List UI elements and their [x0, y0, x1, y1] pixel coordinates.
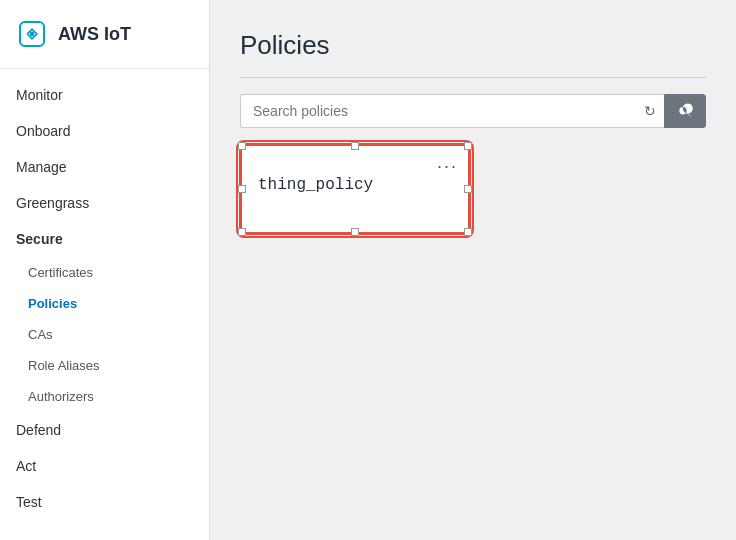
- main-content: Policies ↻ ··· thing_policy: [210, 0, 736, 540]
- sidebar-item-test[interactable]: Test: [0, 484, 209, 520]
- handle-bot-right: [464, 228, 472, 236]
- sidebar-item-manage[interactable]: Manage: [0, 149, 209, 185]
- sidebar-item-greengrass[interactable]: Greengrass: [0, 185, 209, 221]
- sidebar-item-policies[interactable]: Policies: [0, 288, 209, 319]
- cards-area: ··· thing_policy: [240, 144, 706, 234]
- sidebar-item-cas[interactable]: CAs: [0, 319, 209, 350]
- sidebar-section-secure[interactable]: Secure: [0, 221, 209, 257]
- handle-top-right: [464, 142, 472, 150]
- policy-card[interactable]: ··· thing_policy: [240, 144, 470, 234]
- search-input-wrapper: ↻: [240, 94, 664, 128]
- sidebar-item-certificates[interactable]: Certificates: [0, 257, 209, 288]
- handle-mid-right: [464, 185, 472, 193]
- sidebar-item-role-aliases[interactable]: Role Aliases: [0, 350, 209, 381]
- logo-text: AWS IoT: [58, 24, 131, 45]
- logo-area: AWS IoT: [0, 0, 209, 69]
- handle-top-left: [238, 142, 246, 150]
- sidebar-nav: Monitor Onboard Manage Greengrass Secure…: [0, 69, 209, 540]
- handle-bot-mid: [351, 228, 359, 236]
- sidebar: AWS IoT Monitor Onboard Manage Greengras…: [0, 0, 210, 540]
- handle-bot-left: [238, 228, 246, 236]
- page-title: Policies: [240, 30, 706, 61]
- search-bar: ↻: [240, 94, 706, 128]
- search-button[interactable]: [664, 94, 706, 128]
- sidebar-item-onboard[interactable]: Onboard: [0, 113, 209, 149]
- card-menu-icon[interactable]: ···: [437, 156, 458, 177]
- sidebar-item-act[interactable]: Act: [0, 448, 209, 484]
- handle-mid-left: [238, 185, 246, 193]
- aws-iot-icon: [16, 18, 48, 50]
- sidebar-item-authorizers[interactable]: Authorizers: [0, 381, 209, 412]
- sidebar-item-defend[interactable]: Defend: [0, 412, 209, 448]
- search-input[interactable]: [240, 94, 664, 128]
- handle-top-mid: [351, 142, 359, 150]
- sidebar-item-monitor[interactable]: Monitor: [0, 77, 209, 113]
- search-icon: [677, 103, 693, 119]
- refresh-icon[interactable]: ↻: [644, 103, 656, 119]
- policy-card-title: thing_policy: [242, 146, 468, 214]
- title-divider: [240, 77, 706, 78]
- svg-point-1: [30, 32, 35, 37]
